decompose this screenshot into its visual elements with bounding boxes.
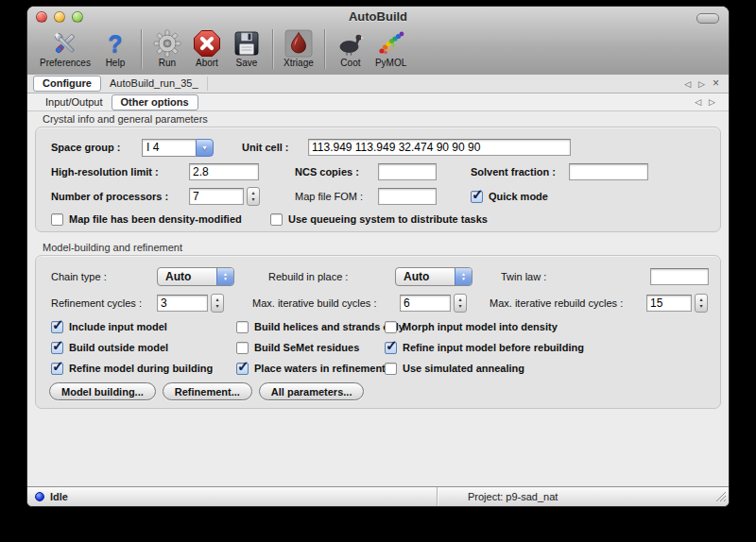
queueing-checkbox[interactable]: ✓ [270,213,283,226]
map-file-fom-input[interactable] [378,188,437,205]
ncs-copies-label: NCS copies : [295,166,378,178]
preferences-button[interactable]: Preferences [35,27,95,68]
pymol-button[interactable]: PyMOL [370,27,411,68]
density-modified-checkbox[interactable]: ✓ [51,213,63,226]
max-build-cycles-label: Max. iterative build cycles : [252,297,400,309]
parameter-buttons: Model building... Refinement... All para… [36,382,720,400]
crystal-section-title: Crystal info and general parameters [43,113,729,125]
checkmark-icon: ✓ [52,358,64,375]
checkbox-label: Build SeMet residues [254,342,359,353]
status-indicator-icon [35,492,44,501]
step-down-icon[interactable]: ▾ [458,303,461,310]
checkbox-label: Use simulated annealing [403,363,524,374]
high-res-limit-input[interactable] [189,163,259,180]
morph-input-model-checkbox[interactable]: ✓ [385,321,397,333]
density-modified-label: Map file has been density-modified [69,213,242,225]
quick-mode-checkbox[interactable]: ✓ [471,191,483,203]
checkbox-label: Morph input model into density [403,321,558,332]
num-processors-input[interactable] [189,188,244,205]
twin-law-input[interactable] [650,268,709,285]
checkbox-label: Place waters in refinement [254,363,386,374]
step-down-icon[interactable]: ▾ [215,303,218,310]
combo-dropdown-button[interactable]: ▼ [196,139,214,157]
tab-other-options[interactable]: Other options [112,94,198,110]
unit-cell-input[interactable] [308,139,571,156]
window-title: AutoBuild [27,9,729,24]
checkmark-icon: ✓ [52,337,64,354]
chain-type-popup[interactable]: Auto ▲▼ [157,267,234,286]
solvent-fraction-input[interactable] [569,163,648,180]
step-up-icon[interactable]: ▴ [458,296,461,303]
popup-arrows-icon: ▲▼ [216,268,233,285]
save-button[interactable]: Save [227,27,266,68]
xtriage-button[interactable]: Xtriage [279,27,318,68]
all-parameters-button[interactable]: All parameters... [259,382,365,400]
project-label: Project: p9-sad_nat [438,491,558,502]
model-section-title: Model-building and refinement [43,242,729,253]
gear-icon [152,28,182,59]
toolbar-separator [141,29,142,69]
refinement-cycles-stepper[interactable]: ▴▾ [211,294,224,313]
step-up-icon[interactable]: ▴ [251,190,254,196]
tab-back-icon[interactable]: ◁ [684,79,691,89]
num-processors-stepper[interactable]: ▴▾ [247,187,260,206]
tab-back-icon[interactable]: ◁ [695,97,701,107]
coot-button[interactable]: Coot [331,27,370,68]
rebuild-in-place-label: Rebuild in place : [268,271,374,282]
rebuild-in-place-popup[interactable]: Auto ▲▼ [395,267,472,286]
flame-icon [284,28,314,59]
refine-before-rebuilding-checkbox[interactable]: ✓ [385,342,397,354]
include-input-model-checkbox[interactable]: ✓ [51,321,63,333]
space-group-combo[interactable]: I 4 ▼ [142,139,214,157]
refinement-cycles-input[interactable] [157,295,208,312]
unit-cell-label: Unit cell : [242,142,301,153]
title-bar[interactable]: AutoBuild [27,7,729,27]
abort-button[interactable]: Abort [187,27,227,68]
tab-input-output[interactable]: Input/Output [37,95,112,110]
help-button[interactable]: ? Help [95,27,135,68]
toolbar-item-label: Preferences [40,58,91,68]
bird-icon [335,28,366,59]
main-tab-bar: Configure AutoBuild_run_35_ ◁ ▷ × [27,75,729,93]
ncs-copies-input[interactable] [378,163,437,180]
refinement-button[interactable]: Refinement... [163,382,252,400]
map-file-fom-label: Map file FOM : [295,191,378,202]
tab-autobuild-run[interactable]: AutoBuild_run_35_ [101,76,208,91]
build-outside-model-checkbox[interactable]: ✓ [51,342,63,354]
max-build-cycles-input[interactable] [400,295,451,312]
max-build-cycles-stepper[interactable]: ▴▾ [454,294,467,313]
step-up-icon[interactable]: ▴ [699,296,702,303]
tools-icon [50,28,80,59]
step-down-icon[interactable]: ▾ [251,196,254,203]
popup-arrows-icon: ▲▼ [455,268,472,285]
max-rebuild-cycles-stepper[interactable]: ▴▾ [695,294,708,313]
options-panel: Crystal info and general parameters Spac… [27,111,729,487]
status-bar: Idle Project: p9-sad_nat [27,486,729,506]
space-group-value[interactable]: I 4 [142,139,196,157]
place-waters-checkbox[interactable]: ✓ [236,363,249,375]
tab-close-icon[interactable]: × [713,79,719,88]
sub-tab-bar: Input/Output Other options ◁ ▷ [27,93,729,111]
crystal-section: Space group : I 4 ▼ Unit cell : High-res… [35,127,721,232]
sub-tab-nav-controls: ◁ ▷ [695,97,719,107]
tab-forward-icon[interactable]: ▷ [698,79,705,89]
toolbar-item-label: Run [159,58,176,68]
build-helices-checkbox[interactable]: ✓ [236,321,249,333]
simulated-annealing-checkbox[interactable]: ✓ [385,363,397,375]
step-up-icon[interactable]: ▴ [215,296,218,303]
toolbar-item-label: Coot [340,58,360,68]
tab-configure[interactable]: Configure [33,76,101,92]
run-button[interactable]: Run [147,27,187,68]
refine-during-building-checkbox[interactable]: ✓ [51,363,63,375]
model-building-button[interactable]: Model building... [49,382,156,400]
build-semet-checkbox[interactable]: ✓ [236,342,249,354]
resize-grip[interactable] [714,490,727,504]
quick-mode-label: Quick mode [489,191,548,202]
max-rebuild-cycles-input[interactable] [646,295,692,312]
toolbar-toggle-button[interactable] [696,13,719,24]
checkmark-icon: ✓ [386,337,398,354]
step-down-icon[interactable]: ▾ [699,303,702,310]
tab-forward-icon[interactable]: ▷ [709,97,715,107]
toolbar-item-label: Xtriage [284,58,314,68]
toolbar-separator [272,29,273,69]
